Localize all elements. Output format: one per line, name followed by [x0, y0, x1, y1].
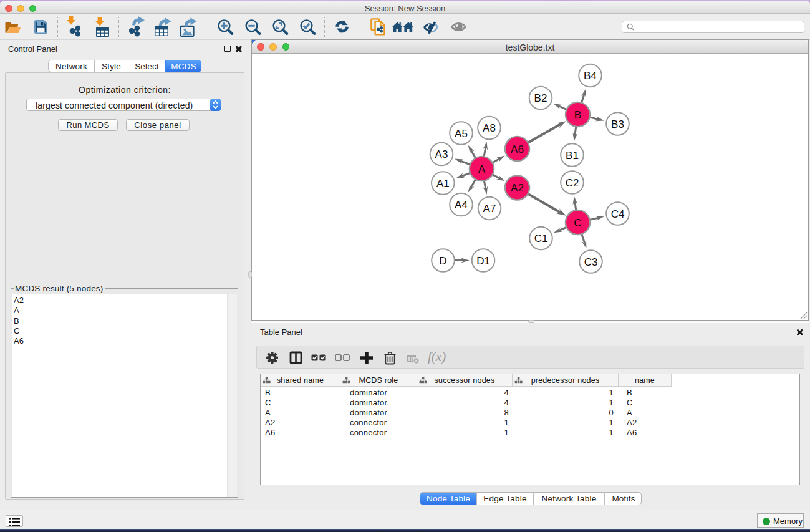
svg-text:B3: B3: [611, 118, 624, 130]
svg-text:A1: A1: [436, 178, 450, 190]
svg-text:B: B: [574, 109, 581, 121]
svg-text:B1: B1: [566, 150, 579, 162]
svg-text:B2: B2: [534, 92, 547, 104]
svg-text:A2: A2: [511, 182, 524, 194]
svg-text:D: D: [439, 255, 446, 267]
svg-text:A5: A5: [455, 128, 468, 140]
svg-text:A: A: [478, 163, 486, 175]
svg-text:D1: D1: [476, 255, 490, 267]
svg-text:C: C: [574, 217, 581, 229]
svg-text:A8: A8: [483, 122, 496, 134]
svg-text:A6: A6: [511, 143, 524, 155]
svg-text:C2: C2: [566, 177, 579, 189]
svg-text:C1: C1: [534, 233, 548, 244]
svg-text:C3: C3: [584, 256, 598, 268]
svg-text:A7: A7: [483, 203, 496, 215]
svg-text:C4: C4: [611, 208, 625, 220]
svg-text:B4: B4: [584, 70, 597, 82]
svg-text:A4: A4: [455, 199, 468, 211]
svg-text:A3: A3: [435, 148, 448, 160]
